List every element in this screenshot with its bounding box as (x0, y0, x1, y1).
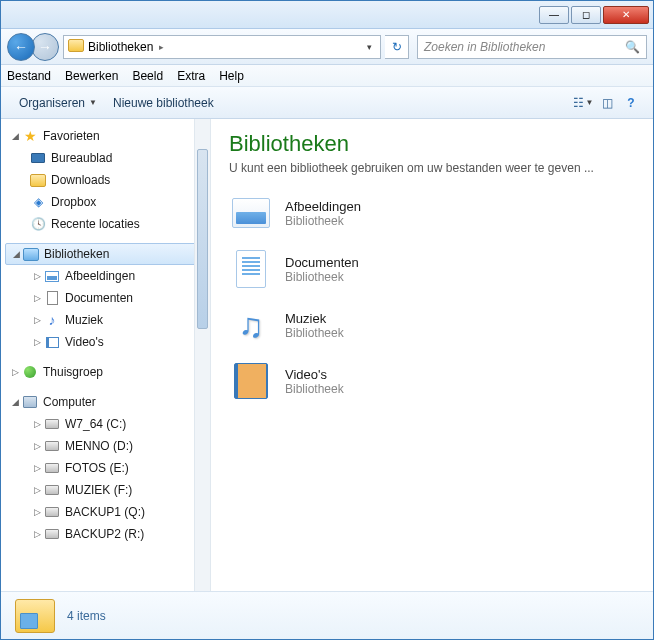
library-name: Afbeeldingen (285, 199, 361, 214)
library-item-music[interactable]: ♫ Muziek Bibliotheek (229, 305, 635, 345)
main-split: ◢ ★ Favorieten Bureaublad Downloads ◈Dro… (1, 119, 653, 591)
collapse-icon[interactable]: ◢ (10, 249, 22, 259)
sidebar-item-pictures[interactable]: ▷Afbeeldingen (1, 265, 210, 287)
expand-icon[interactable]: ▷ (31, 441, 43, 451)
expand-icon[interactable]: ▷ (31, 337, 43, 347)
status-label: 4 items (67, 609, 106, 623)
sidebar-item-desktop[interactable]: Bureaublad (1, 147, 210, 169)
library-item-videos[interactable]: Video's Bibliotheek (229, 361, 635, 401)
page-title: Bibliotheken (229, 131, 635, 157)
expand-icon[interactable]: ▷ (9, 367, 21, 377)
forward-button[interactable]: → (31, 33, 59, 61)
menu-edit[interactable]: Bewerken (65, 69, 118, 83)
sidebar-item-music[interactable]: ▷♪Muziek (1, 309, 210, 331)
sidebar-homegroup[interactable]: ▷ Thuisgroep (1, 361, 210, 383)
search-input[interactable]: Zoeken in Bibliotheken 🔍 (417, 35, 647, 59)
libraries-icon (22, 246, 40, 262)
organize-button[interactable]: Organiseren ▼ (11, 92, 105, 114)
library-sub: Bibliotheek (285, 270, 359, 284)
dropbox-icon: ◈ (29, 194, 47, 210)
sidebar-item-videos[interactable]: ▷Video's (1, 331, 210, 353)
menu-view[interactable]: Beeld (132, 69, 163, 83)
documents-icon (229, 249, 273, 289)
expand-icon[interactable]: ▷ (31, 463, 43, 473)
status-bar: 4 items (1, 591, 653, 639)
explorer-window: — ◻ ✕ ← → Bibliotheken ▸ ▾ ↻ Zoeken in B… (0, 0, 654, 640)
pictures-icon (43, 268, 61, 284)
library-name: Muziek (285, 311, 344, 326)
search-icon: 🔍 (625, 40, 640, 54)
library-name: Documenten (285, 255, 359, 270)
sidebar-drive-d[interactable]: ▷MENNO (D:) (1, 435, 210, 457)
music-icon: ♫ (229, 305, 273, 345)
expand-icon[interactable]: ▷ (31, 315, 43, 325)
minimize-button[interactable]: — (539, 6, 569, 24)
desktop-icon (29, 150, 47, 166)
drive-icon (43, 504, 61, 520)
expand-icon[interactable]: ▷ (31, 293, 43, 303)
toolbar: Organiseren ▼ Nieuwe bibliotheek ☷ ▼ ◫ ? (1, 87, 653, 119)
chevron-down-icon: ▼ (89, 98, 97, 107)
library-sub: Bibliotheek (285, 214, 361, 228)
music-icon: ♪ (43, 312, 61, 328)
expand-icon[interactable]: ▷ (31, 529, 43, 539)
menu-extra[interactable]: Extra (177, 69, 205, 83)
view-mode-button[interactable]: ☷ ▼ (571, 92, 595, 114)
library-sub: Bibliotheek (285, 326, 344, 340)
nav-bar: ← → Bibliotheken ▸ ▾ ↻ Zoeken in Bibliot… (1, 29, 653, 65)
sidebar-libraries[interactable]: ◢ Bibliotheken (5, 243, 206, 265)
sidebar-drive-q[interactable]: ▷BACKUP1 (Q:) (1, 501, 210, 523)
address-dropdown[interactable]: ▾ (363, 42, 376, 52)
pictures-icon (229, 193, 273, 233)
library-sub: Bibliotheek (285, 382, 344, 396)
drive-icon (43, 482, 61, 498)
library-item-pictures[interactable]: Afbeeldingen Bibliotheek (229, 193, 635, 233)
homegroup-icon (21, 364, 39, 380)
video-icon (229, 361, 273, 401)
favorites-group: ◢ ★ Favorieten Bureaublad Downloads ◈Dro… (1, 125, 210, 235)
refresh-button[interactable]: ↻ (385, 35, 409, 59)
expand-icon[interactable]: ▷ (31, 419, 43, 429)
expand-icon[interactable]: ▷ (31, 507, 43, 517)
sidebar-item-recent[interactable]: 🕓Recente locaties (1, 213, 210, 235)
scrollbar[interactable] (194, 119, 210, 591)
sidebar-favorites[interactable]: ◢ ★ Favorieten (1, 125, 210, 147)
menu-file[interactable]: Bestand (7, 69, 51, 83)
sidebar-item-dropbox[interactable]: ◈Dropbox (1, 191, 210, 213)
sidebar-item-documents[interactable]: ▷Documenten (1, 287, 210, 309)
expand-icon[interactable]: ▷ (31, 485, 43, 495)
scrollbar-thumb[interactable] (197, 149, 208, 329)
drive-icon (43, 460, 61, 476)
preview-pane-button[interactable]: ◫ (595, 92, 619, 114)
expand-icon[interactable]: ▷ (31, 271, 43, 281)
folder-icon (15, 599, 55, 633)
computer-group: ◢ Computer ▷W7_64 (C:) ▷MENNO (D:) ▷FOTO… (1, 391, 210, 545)
menu-help[interactable]: Help (219, 69, 244, 83)
video-icon (43, 334, 61, 350)
chevron-right-icon[interactable]: ▸ (159, 42, 164, 52)
nav-buttons: ← → (7, 33, 59, 61)
address-segment[interactable]: Bibliotheken (88, 40, 153, 54)
sidebar-item-downloads[interactable]: Downloads (1, 169, 210, 191)
close-button[interactable]: ✕ (603, 6, 649, 24)
help-button[interactable]: ? (619, 92, 643, 114)
sidebar-drive-e[interactable]: ▷FOTOS (E:) (1, 457, 210, 479)
menu-bar: Bestand Bewerken Beeld Extra Help (1, 65, 653, 87)
folder-icon (29, 172, 47, 188)
drive-icon (43, 416, 61, 432)
sidebar-drive-f[interactable]: ▷MUZIEK (F:) (1, 479, 210, 501)
new-library-button[interactable]: Nieuwe bibliotheek (105, 92, 222, 114)
address-bar[interactable]: Bibliotheken ▸ ▾ (63, 35, 381, 59)
content-pane: Bibliotheken U kunt een bibliotheek gebr… (211, 119, 653, 591)
back-button[interactable]: ← (7, 33, 35, 61)
library-item-documents[interactable]: Documenten Bibliotheek (229, 249, 635, 289)
collapse-icon[interactable]: ◢ (9, 131, 21, 141)
drive-icon (43, 526, 61, 542)
titlebar: — ◻ ✕ (1, 1, 653, 29)
sidebar-computer[interactable]: ◢ Computer (1, 391, 210, 413)
collapse-icon[interactable]: ◢ (9, 397, 21, 407)
documents-icon (43, 290, 61, 306)
sidebar-drive-r[interactable]: ▷BACKUP2 (R:) (1, 523, 210, 545)
sidebar-drive-c[interactable]: ▷W7_64 (C:) (1, 413, 210, 435)
maximize-button[interactable]: ◻ (571, 6, 601, 24)
